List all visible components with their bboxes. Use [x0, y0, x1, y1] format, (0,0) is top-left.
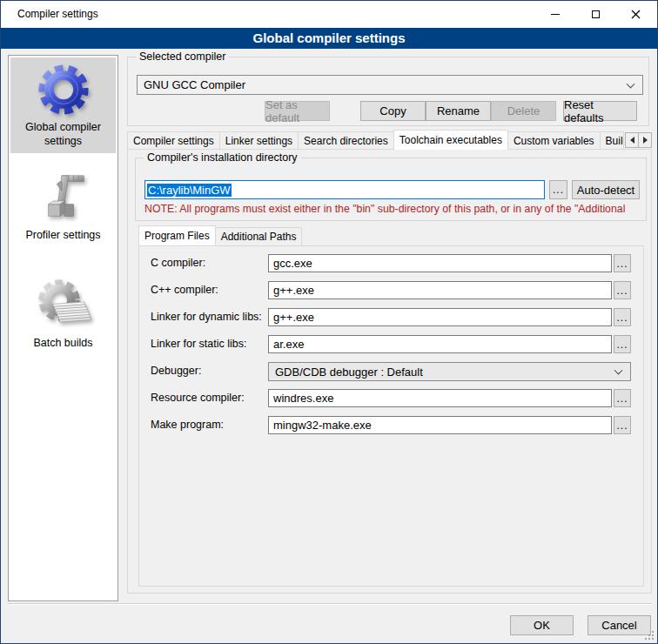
tab-toolchain-executables[interactable]: Toolchain executables — [393, 130, 508, 150]
field-label: Make program: — [151, 419, 224, 431]
browse-static-linker-button[interactable]: ... — [614, 335, 631, 353]
sidebar-item-global-compiler-settings[interactable]: Global compiler settings — [10, 57, 116, 153]
c-compiler-input[interactable] — [268, 254, 612, 272]
tab-scroll-left-button[interactable] — [625, 132, 639, 148]
selected-compiler-value: GNU GCC Compiler — [144, 78, 245, 91]
close-button[interactable] — [615, 1, 655, 28]
delete-button: Delete — [491, 101, 556, 121]
browse-resource-compiler-button[interactable]: ... — [614, 389, 631, 407]
field-label: C compiler: — [151, 257, 205, 269]
debugger-dropdown[interactable]: GDB/CDB debugger : Default — [268, 362, 631, 381]
arrow-right-icon — [643, 137, 648, 144]
sidebar-item-label: Batch builds — [10, 336, 116, 355]
title-bar[interactable]: Compiler settings — [1, 1, 657, 28]
cancel-button[interactable]: Cancel — [588, 615, 651, 635]
note-text: NOTE: All programs must exist either in … — [144, 203, 625, 215]
chevron-down-icon — [614, 366, 623, 375]
chevron-down-icon — [627, 79, 635, 88]
debugger-value: GDB/CDB debugger : Default — [275, 366, 423, 379]
group-label: Compiler's installation directory — [144, 151, 301, 164]
reset-defaults-button[interactable]: Reset defaults — [563, 101, 637, 121]
tab-scroll-right-button[interactable] — [638, 132, 652, 148]
field-label: Linker for dynamic libs: — [151, 311, 262, 323]
gray-gear-stack-icon — [36, 277, 91, 332]
settings-tab-bar: Compiler settings Linker settings Search… — [127, 130, 652, 150]
resource-compiler-input[interactable] — [268, 389, 612, 407]
program-files-panel: C compiler: ... C++ compiler: ... Linker… — [138, 245, 644, 587]
tab-build-options[interactable]: Build options — [600, 131, 624, 150]
program-files-tab-bar: Program Files Additional Paths — [138, 225, 301, 245]
page-title: Global compiler settings — [1, 28, 657, 49]
tab-custom-variables[interactable]: Custom variables — [507, 131, 601, 150]
tab-linker-settings[interactable]: Linker settings — [219, 131, 299, 150]
tab-search-directories[interactable]: Search directories — [298, 131, 394, 150]
resize-grip[interactable] — [645, 631, 654, 640]
browse-directory-button[interactable]: ... — [549, 180, 567, 199]
window-title: Compiler settings — [17, 8, 98, 20]
close-icon — [631, 10, 641, 19]
blue-gear-icon — [37, 63, 91, 117]
browse-cpp-compiler-button[interactable]: ... — [614, 281, 631, 299]
cpp-compiler-input[interactable] — [268, 281, 612, 299]
set-as-default-button: Set as default — [265, 101, 330, 121]
field-label: Debugger: — [151, 365, 201, 377]
caption-buttons — [535, 1, 655, 28]
static-linker-input[interactable] — [268, 335, 612, 353]
sidebar-item-label: Global compiler settings — [10, 120, 116, 153]
browse-c-compiler-button[interactable]: ... — [614, 254, 631, 272]
selected-compiler-group: Selected compiler GNU GCC Compiler Set a… — [127, 57, 649, 126]
installation-directory-group: Compiler's installation directory C:\ray… — [135, 158, 647, 221]
tab-compiler-settings[interactable]: Compiler settings — [127, 131, 220, 150]
browse-dynamic-linker-button[interactable]: ... — [614, 308, 631, 326]
dynamic-linker-input[interactable] — [268, 308, 612, 326]
maximize-button[interactable] — [575, 1, 615, 28]
toolchain-executables-page: Compiler's installation directory C:\ray… — [127, 149, 652, 594]
field-label: C++ compiler: — [151, 284, 218, 296]
ok-button[interactable]: OK — [510, 615, 574, 635]
tab-additional-paths[interactable]: Additional Paths — [215, 227, 303, 245]
sidebar-item-batch-builds[interactable]: Batch builds — [10, 272, 116, 355]
installation-directory-input[interactable]: C:\raylib\MinGW — [144, 180, 545, 199]
caliper-icon — [37, 171, 91, 225]
tab-program-files[interactable]: Program Files — [138, 225, 216, 245]
compiler-settings-dialog: Compiler settings Global compiler settin… — [0, 0, 658, 644]
settings-sidebar: Global compiler settings Pr — [8, 55, 118, 601]
maximize-icon — [592, 10, 600, 18]
rename-button[interactable]: Rename — [426, 101, 491, 121]
minimize-button[interactable] — [535, 1, 575, 28]
make-program-input[interactable] — [268, 416, 612, 434]
group-label: Selected compiler — [136, 50, 229, 63]
minimize-icon — [551, 14, 560, 15]
sidebar-item-label: Profiler settings — [10, 228, 116, 247]
field-label: Linker for static libs: — [151, 338, 246, 350]
auto-detect-button[interactable]: Auto-detect — [572, 180, 640, 199]
browse-make-program-button[interactable]: ... — [614, 416, 631, 434]
tab-scroll-buttons — [626, 132, 652, 148]
sidebar-item-profiler-settings[interactable]: Profiler settings — [10, 165, 116, 247]
arrow-left-icon — [630, 137, 634, 144]
field-label: Resource compiler: — [151, 392, 245, 404]
copy-button[interactable]: Copy — [360, 101, 426, 121]
selected-compiler-dropdown[interactable]: GNU GCC Compiler — [137, 75, 643, 95]
footer-separator — [8, 603, 652, 605]
selected-text: C:\raylib\MinGW — [147, 184, 232, 197]
